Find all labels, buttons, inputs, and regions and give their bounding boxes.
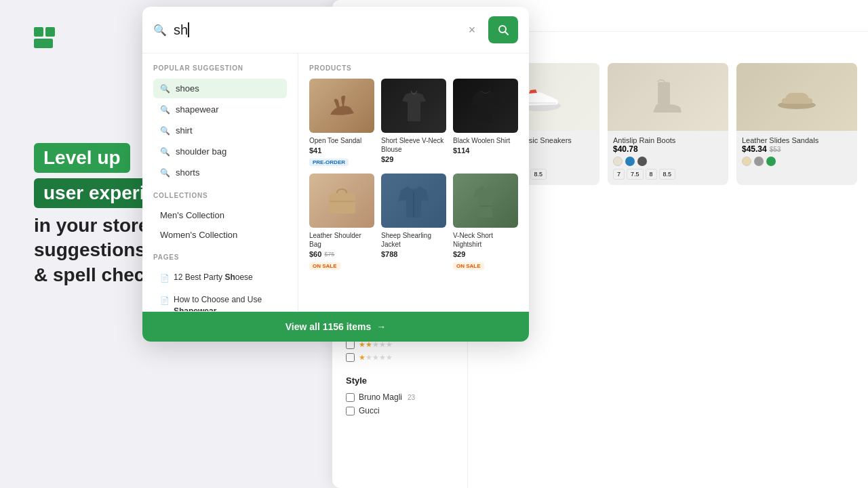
collection-womens[interactable]: Women's Collection bbox=[153, 226, 287, 244]
collections-section-title: COLLECTIONS bbox=[153, 192, 287, 199]
color-slide-tan[interactable] bbox=[742, 157, 751, 166]
popular-section-title: POPULAR SUGGESTION bbox=[153, 64, 287, 72]
style-brunomagli-checkbox[interactable] bbox=[346, 393, 355, 402]
color-slide-green[interactable] bbox=[766, 157, 776, 166]
page-party-shoes[interactable]: 📄 12 Best Party Shoese bbox=[153, 268, 287, 287]
mini-product-shirt[interactable]: Black Woolen Shirt $114 bbox=[453, 79, 518, 167]
shirt-image bbox=[453, 79, 518, 133]
mini-product-sandal[interactable]: Open Toe Sandal $41 PRE-ORDER bbox=[309, 79, 374, 167]
svg-line-5 bbox=[505, 32, 508, 35]
suggestion-shorts[interactable]: 🔍 shorts bbox=[153, 163, 287, 182]
search-bar: 🔍 sh × bbox=[142, 7, 529, 54]
products-section-title: PRODUCTS bbox=[309, 64, 518, 72]
page-icon-2: 📄 bbox=[160, 296, 170, 306]
search-icon: 🔍 bbox=[153, 24, 167, 37]
search-text: sh bbox=[174, 22, 188, 38]
rating-1-checkbox[interactable] bbox=[346, 353, 355, 362]
search-suggestion-icon: 🔍 bbox=[160, 84, 170, 94]
search-products-panel: PRODUCTS Open Toe Sandal $41 PRE-ORDER bbox=[298, 54, 529, 311]
style-filter: Style Bruno Magli 23 Gucci bbox=[346, 375, 454, 415]
color-boot-blue[interactable] bbox=[625, 157, 635, 166]
search-suggestion-icon-5: 🔍 bbox=[160, 168, 170, 178]
sandal-image bbox=[309, 79, 374, 133]
color-slide-gray[interactable] bbox=[754, 157, 764, 166]
sandal-badge: PRE-ORDER bbox=[309, 159, 349, 166]
style-list: Bruno Magli 23 Gucci bbox=[346, 392, 454, 415]
color-boot-beige[interactable] bbox=[613, 157, 623, 166]
slide-name: Leather Slides Sandals bbox=[742, 136, 852, 144]
product-slides[interactable]: Leather Slides Sandals $45.34 $53 bbox=[736, 63, 857, 185]
mini-product-jacket[interactable]: Sheep Shearling Jacket $788 bbox=[381, 174, 446, 270]
boot-price: $40.78 bbox=[613, 144, 723, 154]
bag-badge: ON SALE bbox=[309, 262, 340, 270]
search-submit-icon bbox=[497, 24, 509, 36]
boot-name: Antislip Rain Boots bbox=[613, 136, 723, 144]
mini-product-nightshirt[interactable]: V-Neck Short Nightshirt $29 ON SALE bbox=[453, 174, 518, 270]
search-cursor bbox=[188, 22, 189, 37]
collection-mens[interactable]: Men's Collection bbox=[153, 206, 287, 224]
bag-image bbox=[309, 174, 374, 228]
suggestion-shapewear[interactable]: 🔍 shapewear bbox=[153, 100, 287, 119]
search-suggestions-panel: POPULAR SUGGESTION 🔍 shoes 🔍 shapewear 🔍… bbox=[142, 54, 298, 311]
slide-image bbox=[736, 63, 857, 131]
suggestion-shoes[interactable]: 🔍 shoes bbox=[153, 79, 287, 98]
style-gucci[interactable]: Gucci bbox=[346, 406, 454, 415]
search-dropdown: POPULAR SUGGESTION 🔍 shoes 🔍 shapewear 🔍… bbox=[142, 54, 529, 311]
search-submit-button[interactable] bbox=[488, 16, 518, 43]
suggestion-shirt[interactable]: 🔍 shirt bbox=[153, 121, 287, 140]
nightshirt-image bbox=[453, 174, 518, 228]
size-8.5[interactable]: 8.5 bbox=[530, 169, 547, 180]
mini-product-bag[interactable]: Leather Shoulder Bag $60 $75 ON SALE bbox=[309, 174, 374, 270]
mini-product-blouse[interactable]: Short Sleeve V-Neck Blouse $29 bbox=[381, 79, 446, 167]
rating-1[interactable]: ★★★★★ bbox=[346, 353, 454, 362]
color-boot-gray[interactable] bbox=[637, 157, 647, 166]
bag-old-price: $75 bbox=[324, 251, 334, 258]
product-boots[interactable]: Antislip Rain Boots $40.78 7 7.5 8 8.5 bbox=[608, 63, 728, 185]
svg-rect-1 bbox=[658, 82, 670, 106]
slide-old-price: $53 bbox=[770, 146, 781, 153]
product-bottom-row: Low Top Classic Sneakers $37.38 $55 7 7.… bbox=[479, 63, 857, 193]
search-suggestion-icon-3: 🔍 bbox=[160, 126, 170, 136]
pages-section-title: PAGES bbox=[153, 253, 287, 261]
jacket-image bbox=[381, 174, 446, 228]
search-input[interactable]: sh bbox=[174, 22, 456, 38]
mini-products-grid: Open Toe Sandal $41 PRE-ORDER Short Slee… bbox=[309, 79, 518, 270]
pages-section: PAGES 📄 12 Best Party Shoese 📄 How to Ch… bbox=[153, 253, 287, 311]
page-icon-1: 📄 bbox=[160, 273, 170, 283]
suggestion-shoulder-bag[interactable]: 🔍 shoulder bag bbox=[153, 142, 287, 161]
blouse-image bbox=[381, 79, 446, 133]
search-suggestion-icon-4: 🔍 bbox=[160, 147, 170, 157]
collections-section: COLLECTIONS Men's Collection Women's Col… bbox=[153, 192, 287, 244]
search-clear-button[interactable]: × bbox=[462, 20, 481, 39]
view-all-arrow: → bbox=[376, 321, 386, 332]
view-all-label: View all 1156 items bbox=[285, 321, 372, 332]
slide-price: $45.34 bbox=[742, 144, 767, 154]
search-overlay: 🔍 sh × POPULAR SUGGESTION 🔍 shoes 🔍 shap… bbox=[142, 7, 529, 342]
hero-badge-1: Level up bbox=[34, 143, 130, 173]
view-all-button[interactable]: View all 1156 items → bbox=[142, 311, 529, 342]
style-filter-title: Style bbox=[346, 375, 454, 386]
style-brunomagli[interactable]: Bruno Magli 23 bbox=[346, 392, 454, 402]
boot-image bbox=[608, 63, 728, 131]
page-shapewear[interactable]: 📄 How to Choose and Use Shapewear bbox=[153, 290, 287, 311]
nightshirt-badge: ON SALE bbox=[453, 262, 484, 270]
search-suggestion-icon-2: 🔍 bbox=[160, 105, 170, 115]
style-gucci-checkbox[interactable] bbox=[346, 407, 355, 415]
svg-rect-3 bbox=[782, 98, 812, 104]
